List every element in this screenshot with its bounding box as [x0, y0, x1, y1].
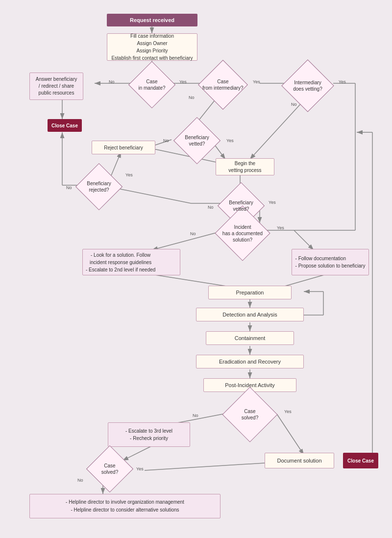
bv2-no-label: No: [208, 205, 214, 210]
intermediary-vetting-diamond: Intermediary does vetting?: [278, 71, 337, 100]
answer-beneficiary-box: Answer beneficiary / redirect / share pu…: [29, 73, 83, 100]
preparation-label: Preparation: [236, 290, 264, 295]
case-solved-2-label: Case solved?: [101, 463, 118, 475]
int-vetting-no-label: No: [291, 102, 297, 107]
escalate-3rd-box: - Escalate to 3rd level - Recheck priori…: [108, 422, 190, 447]
beneficiary-rejected-label: Beneficiary rejected?: [87, 180, 111, 193]
incident-documented-diamond: Incident has a documented solution?: [211, 218, 274, 248]
document-solution-box: Document solution: [265, 453, 334, 468]
reject-beneficiary-label: Reject beneficiary: [104, 145, 143, 150]
case-solved-2-diamond: Case solved?: [84, 455, 135, 483]
follow-documentation-text: - Follow documentation - Propose solutio…: [295, 255, 366, 269]
beneficiary-vetted-1-label: Beneficiary vetted?: [185, 134, 209, 147]
incident-documented-label: Incident has a documented solution?: [222, 224, 263, 243]
incident-no-label: No: [190, 231, 196, 236]
case-in-mandate-label: Case in mandate?: [138, 78, 165, 91]
incident-yes-label: Yes: [277, 225, 284, 230]
follow-documentation-box: - Follow documentation - Propose solutio…: [292, 249, 369, 275]
cs1-yes-label: Yes: [284, 409, 292, 414]
br-no-label: No: [66, 185, 72, 190]
bv2-yes-label: Yes: [269, 200, 276, 205]
fill-case-box: Fill case information Assign Owner Assig…: [107, 33, 197, 61]
svg-line-20: [111, 152, 121, 175]
close-case-2-box: Close Case: [343, 453, 378, 468]
bv1-no-label: No: [163, 138, 169, 143]
eradication-label: Eradication and Recovery: [219, 359, 281, 365]
case-solved-1-label: Case solved?: [242, 408, 258, 421]
containment-label: Containment: [235, 335, 265, 341]
intermediary-yes-label: Yes: [253, 79, 260, 84]
request-received-label: Request received: [130, 17, 174, 23]
helpline-director-text: - Helpline director to involve organizat…: [66, 498, 184, 514]
fill-case-text: Fill case information Assign Owner Assig…: [111, 32, 193, 62]
beneficiary-rejected-diamond: Beneficiary rejected?: [74, 172, 124, 201]
look-for-solution-box: - Look for a solution. Follow incident r…: [82, 249, 180, 275]
flowchart: Request received Fill case information A…: [0, 0, 392, 538]
escalate-3rd-text: - Escalate to 3rd level - Recheck priori…: [125, 427, 172, 442]
document-solution-label: Document solution: [277, 458, 321, 464]
beneficiary-vetted-1-diamond: Beneficiary vetted?: [172, 126, 222, 155]
detection-label: Detection and Analysis: [222, 312, 277, 318]
helpline-director-box: - Helpline director to involve organizat…: [29, 494, 220, 518]
look-solution-text: - Look for a solution. Follow incident r…: [86, 251, 155, 273]
close-case-1-box: Close Case: [48, 119, 82, 132]
svg-line-23: [294, 230, 314, 250]
bv1-yes-label: Yes: [226, 138, 234, 143]
case-mandate-no-label: No: [109, 79, 115, 84]
cs2-yes-label: Yes: [136, 466, 144, 471]
cs2-no-label: No: [77, 478, 83, 483]
close-case-1-label: Close Case: [51, 123, 78, 128]
int-vetting-yes-label: Yes: [339, 79, 346, 84]
case-mandate-yes-label: Yes: [179, 79, 187, 84]
detection-analysis-box: Detection and Analysis: [196, 308, 304, 321]
request-received-box: Request received: [107, 14, 197, 26]
intermediary-vetting-label: Intermediary does vetting?: [293, 79, 322, 92]
begin-vetting-text: Begin the vetting process: [228, 160, 261, 174]
begin-vetting-box: Begin the vetting process: [216, 158, 274, 175]
case-from-intermediary-diamond: Case from intermediary?: [196, 71, 250, 98]
br-yes-label: Yes: [125, 172, 133, 177]
cs1-no-label: No: [193, 413, 198, 418]
containment-box: Containment: [206, 331, 294, 345]
beneficiary-vetted-2-label: Beneficiary vetted?: [229, 199, 253, 212]
close-case-2-label: Close Case: [347, 458, 374, 464]
svg-line-13: [250, 100, 304, 159]
answer-beneficiary-text: Answer beneficiary / redirect / share pu…: [36, 76, 77, 97]
case-from-intermediary-label: Case from intermediary?: [202, 78, 243, 91]
preparation-box: Preparation: [208, 286, 292, 299]
intermediary-no-label: No: [189, 95, 195, 100]
reject-beneficiary-box: Reject beneficiary: [92, 141, 155, 154]
case-in-mandate-diamond: Case in mandate?: [126, 71, 177, 98]
eradication-box: Eradication and Recovery: [196, 355, 304, 368]
case-solved-1-diamond: Case solved?: [218, 399, 282, 430]
